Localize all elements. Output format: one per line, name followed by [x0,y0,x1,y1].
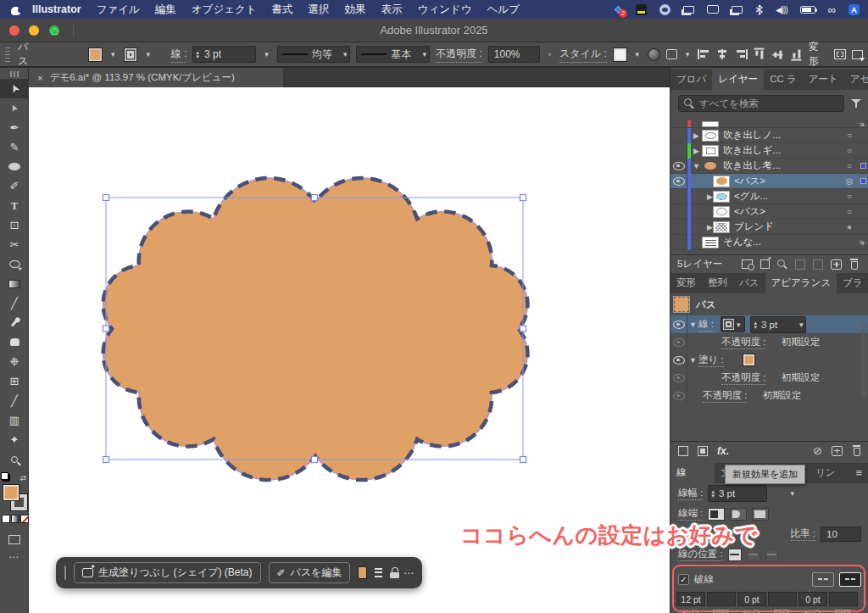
scrollbar[interactable] [861,322,867,398]
panel-grip[interactable] [5,47,10,62]
dashed-line-checkbox[interactable]: ✓ [678,574,689,585]
preferences-icon[interactable] [666,49,677,59]
shape-builder-tool[interactable] [0,254,29,274]
add-effect-icon[interactable]: fx. [717,445,729,457]
layer-row[interactable]: ▶ 吹き出しノ... ○ [670,128,868,143]
selection-handle[interactable] [103,326,109,332]
style-dropdown-icon[interactable]: ▾ [633,50,643,59]
color-button[interactable] [2,515,10,523]
target-icon[interactable]: ○ [842,161,857,170]
selection-indicator[interactable] [860,178,866,184]
fit-bounds-icon[interactable] [834,49,846,59]
dash-field[interactable]: 12 pt [676,592,705,606]
selection-handle[interactable] [312,195,318,201]
width-profile-select[interactable]: 均等 ▾ [277,46,351,63]
direct-selection-tool[interactable]: ➤ [0,98,29,118]
layer-name[interactable]: 吹き出し考... [723,159,842,172]
layer-name[interactable]: <パス> [734,175,842,187]
scroll-up-icon[interactable]: ▲ [860,120,866,128]
selection-indicator[interactable] [860,163,866,169]
menu-effect[interactable]: 効果 [337,3,374,17]
tab-stroke[interactable]: 線 [670,462,715,483]
align-dash-button[interactable] [839,572,861,587]
tab-pathfinder[interactable]: パス [733,272,765,293]
selection-handle[interactable] [520,195,526,201]
tab-properties[interactable]: プロパ [670,69,712,90]
align-outside-stroke-button[interactable] [765,549,779,561]
stroke-dropdown-icon[interactable]: ▾ [143,50,153,59]
fill-chip[interactable] [743,354,755,366]
align-inside-stroke-button[interactable] [747,549,760,561]
cloud-shape[interactable] [103,178,528,480]
stroke-chip-select[interactable]: ▾ [721,316,746,332]
appearance-opacity-row[interactable]: 不透明度 : 初期設定 [670,369,868,387]
layer-name[interactable]: 吹き出しノ... [723,129,842,142]
layer-row[interactable]: ▶ <グル... ○ [670,189,868,204]
gap-field[interactable] [768,592,797,606]
selection-handle[interactable] [103,457,109,463]
opacity-link[interactable]: 不透明度 : [703,389,747,403]
filter-icon[interactable] [851,99,861,109]
expand-icon[interactable]: ▼ [691,162,702,170]
locate-object-icon[interactable] [777,259,787,270]
menu-edit[interactable]: 編集 [147,3,184,17]
layer-name[interactable]: <グル... [734,190,842,203]
tower-app-icon[interactable] [636,4,647,15]
tab-cc-libraries[interactable]: CC ラ [764,69,803,90]
lock-icon[interactable] [390,567,396,578]
selection-handle[interactable] [103,195,109,201]
target-icon[interactable]: ◎ [842,176,857,186]
toolbar-fill-swatch[interactable] [3,484,19,501]
stroke-attr-label[interactable]: 線 : [698,318,714,332]
eye-icon[interactable] [673,392,685,400]
panel-menu-icon[interactable]: ≡ [849,466,868,483]
document-setup-icon[interactable] [648,48,660,61]
add-stroke-icon[interactable] [678,446,688,456]
opacity-chevron-icon[interactable]: › [546,50,554,59]
target-icon[interactable]: ○ [842,192,857,201]
appearance-stroke-width-field[interactable]: ▴▾ 3 pt ▾ [750,316,806,333]
stroke-weight-field[interactable]: ▴▾ 3 pt [192,46,256,63]
dropdown-icon[interactable]: ▾ [734,320,743,329]
align-middle-icon[interactable] [773,48,783,61]
apple-menu-icon[interactable] [10,4,21,15]
tab-align[interactable]: 整列 [702,272,733,293]
menu-illustrator[interactable]: Illustrator [25,3,89,15]
document-tab[interactable]: × デモ6.ai* @ 113.97 % (CMYK/プレビュー) [29,68,283,87]
align-right-icon[interactable] [735,49,748,59]
layer-name[interactable]: そんな... [723,236,854,248]
battery-icon[interactable] [800,6,815,14]
make-mask-icon[interactable] [742,259,753,269]
style-swatch[interactable] [613,47,627,62]
layer-name[interactable]: ブレンド [734,220,842,233]
brush-select[interactable]: 基本 ▾ [356,46,430,63]
align-center-icon[interactable] [716,49,729,59]
fill-dropdown-icon[interactable]: ▾ [108,50,118,59]
appearance-stroke-row[interactable]: ▼ 線 : ▾ ▴▾ 3 pt ▾ [670,315,868,333]
canvas[interactable]: 生成塗りつぶし (シェイプ) (Beta) ✐ パスを編集 ⋯ [29,87,670,613]
line-app-icon[interactable] [659,4,670,15]
add-fill-icon[interactable] [698,446,708,456]
visibility-cell[interactable] [670,220,687,235]
swap-fill-stroke-icon[interactable]: ⇄ [19,474,26,482]
gap-field[interactable] [829,592,858,606]
display-icon[interactable] [707,5,719,14]
knife-tool[interactable]: ╱ [0,293,29,313]
visibility-cell[interactable] [670,315,687,333]
opacity-link[interactable]: 不透明度 : [721,371,765,385]
generative-recolor-tool[interactable]: ✦ [0,430,29,449]
new-layer-icon[interactable] [831,259,842,270]
preserve-dash-button[interactable] [812,572,834,587]
tab-appearance[interactable]: アピアランス [765,272,837,293]
dash-field[interactable]: 0 pt [798,592,827,606]
expand-icon[interactable]: ▶ [691,192,713,201]
style-label[interactable]: スタイル : [559,47,607,63]
expand-icon[interactable]: ▶ [691,147,702,155]
target-icon[interactable]: ○ [842,131,857,140]
layer-row[interactable]: ▶ 吹き出しギ... ○ [670,143,868,159]
dash-field[interactable]: 0 pt [737,592,766,606]
appearance-opacity-row[interactable]: 不透明度 : 初期設定 [670,387,868,404]
align-center-stroke-button[interactable] [728,549,742,561]
dropdown-icon[interactable]: ▾ [797,320,806,329]
hand-tool[interactable] [0,332,29,352]
